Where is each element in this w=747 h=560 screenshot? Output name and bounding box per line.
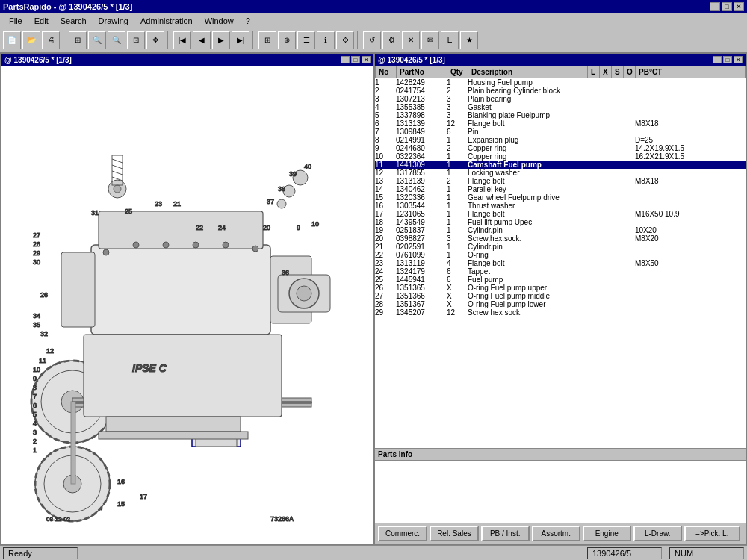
maximize-button[interactable]: □ [722,2,732,11]
toolbar-print[interactable]: 🖨 [42,31,60,49]
parts-info-content [375,461,746,523]
table-row[interactable]: 2003988273Screw,hex.sock.M8X20 [375,234,746,243]
table-row[interactable]: 902446802Copper ring14.2X19.9X1.5 [375,144,746,152]
table-row[interactable]: 1712310651Flange boltM16X50 10.9 [375,210,746,218]
svg-text:36: 36 [282,269,289,276]
table-scroll[interactable]: 114282491Housing Fuel pump202417542Plain… [375,78,746,448]
table-row[interactable]: 313072133Plain bearing [375,95,746,103]
menu-drawing[interactable]: Drawing [93,15,134,27]
svg-text:10: 10 [311,220,319,228]
toolbar-info[interactable]: ℹ [317,31,335,49]
menu-search[interactable]: Search [55,15,93,27]
table-row[interactable]: 513378983Blanking plate Fuelpump [375,111,746,119]
left-close[interactable]: ✕ [362,56,371,63]
table-row[interactable]: 2413241796Tappet [375,267,746,276]
btn-engine[interactable]: Engine [583,526,631,541]
toolbar-search2[interactable]: ⊕ [278,31,296,49]
table-row[interactable]: 1003223641Copper ring16.2X21.9X1.5 [375,152,746,161]
right-close[interactable]: ✕ [734,56,743,63]
svg-text:73266A: 73266A [270,515,294,523]
menu-help[interactable]: ? [240,15,256,27]
toolbar-new[interactable]: 📄 [3,31,21,49]
toolbar-bookmark[interactable]: ★ [460,31,478,49]
table-row[interactable]: 2102025911Cylindr.pin [375,243,746,251]
svg-text:17: 17 [140,493,147,500]
svg-text:2: 2 [33,438,37,445]
table-row[interactable]: 1613035441Thrust washer [375,202,746,210]
svg-point-31 [103,249,109,255]
diagram-panel: 13 40 39 [1,66,374,544]
header-l: L [588,66,600,78]
toolbar-zoom-in[interactable]: 🔍 [88,31,106,49]
toolbar-fit[interactable]: ⊡ [127,31,145,49]
title-bar: PartsRapido - @ 1390426/5 * [1/3] _ □ ✕ [0,0,747,13]
table-row[interactable]: 261351365XO-ring Fuel pump upper [375,284,746,292]
table-row[interactable]: 281351367XO-ring Fuel pump lower [375,300,746,308]
menu-administration[interactable]: Administration [134,15,199,27]
btn-commerc[interactable]: Commerc. [378,526,427,541]
left-minimize[interactable]: _ [341,56,350,63]
toolbar-open[interactable]: 📂 [22,31,40,49]
right-maximize[interactable]: □ [723,56,732,63]
btn-rel-sales[interactable]: Rel. Sales [430,526,479,541]
svg-point-35 [223,242,229,248]
table-row[interactable]: 1902518371Cylindr.pin10X20 [375,226,746,234]
svg-text:8: 8 [33,384,37,391]
svg-text:26: 26 [40,291,48,299]
menu-window[interactable]: Window [199,15,240,27]
btn-assortm[interactable]: Assortm. [532,526,580,541]
table-row[interactable]: 802149911Expansion plugD=25 [375,136,746,144]
toolbar-pan[interactable]: ✥ [146,31,164,49]
toolbar-copy[interactable]: ⊞ [69,31,87,49]
table-row[interactable]: 202417542Plain bearing Cylinder block [375,87,746,95]
header-pb: PB°CT [636,66,746,78]
table-row[interactable]: 1213178551Locking washer [375,169,746,177]
table-row[interactable]: 413553853Gasket [375,103,746,111]
toolbar-email[interactable]: ✉ [421,31,439,49]
toolbar-select[interactable]: ⊞ [258,31,276,49]
toolbar-export[interactable]: E [441,31,459,49]
toolbar-settings2[interactable]: ⚙ [382,31,400,49]
menu-file[interactable]: File [3,15,28,27]
toolbar: 📄 📂 🖨 ⊞ 🔍 🔍 ⊡ ✥ |◀ ◀ ▶ ▶| ⊞ ⊕ ☰ ℹ ⚙ ↺ ⚙ … [0,28,747,52]
header-desc: Description [468,66,588,78]
menu-edit[interactable]: Edit [28,15,55,27]
left-maximize[interactable]: □ [351,56,360,63]
table-row[interactable]: 1513203361Gear wheel Fuelpump drive [375,193,746,202]
table-row[interactable]: 2313131194Flange boltM8X50 [375,259,746,267]
toolbar-first[interactable]: |◀ [173,31,191,49]
table-row[interactable]: 2207610991O-ring [375,251,746,259]
toolbar-list[interactable]: ☰ [297,31,315,49]
table-row[interactable]: 1313131392Flange boltM8X18 [375,177,746,185]
toolbar-refresh[interactable]: ↺ [363,31,381,49]
svg-point-22 [277,199,286,208]
toolbar-zoom-out[interactable]: 🔍 [108,31,125,49]
svg-text:9: 9 [33,375,37,382]
svg-point-33 [163,242,169,248]
toolbar-next[interactable]: ▶ [212,31,230,49]
right-minimize[interactable]: _ [713,56,722,63]
table-row[interactable]: 6131313912Flange boltM8X18 [375,119,746,128]
minimize-button[interactable]: _ [710,2,720,11]
btn-pick-l[interactable]: =>Pick. L. [684,526,740,541]
svg-text:38: 38 [278,185,285,193]
btn-pb-inst[interactable]: PB / Inst. [481,526,530,541]
toolbar-config[interactable]: ⚙ [336,31,354,49]
diagram-svg: 13 40 39 [1,66,374,544]
table-row[interactable]: 271351366XO-ring Fuel pump middle [375,292,746,300]
svg-rect-81 [71,402,75,484]
table-row[interactable]: 1114413091Camshaft Fuel pump [375,161,746,169]
parts-info-title: Parts Info [375,449,746,461]
table-row[interactable]: 1814395491Fuel lift pump Upec [375,218,746,226]
toolbar-cancel[interactable]: ✕ [402,31,420,49]
table-row[interactable]: 2514459416Fuel pump [375,276,746,284]
svg-rect-1 [91,245,270,335]
close-button[interactable]: ✕ [734,2,744,11]
table-row[interactable]: 29134520712Screw hex sock. [375,308,746,317]
table-row[interactable]: 1413404621Parallel key [375,185,746,193]
btn-l-draw[interactable]: L-Draw. [633,526,682,541]
toolbar-prev[interactable]: ◀ [193,31,211,49]
toolbar-last[interactable]: ▶| [232,31,249,49]
table-row[interactable]: 114282491Housing Fuel pump [375,78,746,87]
table-row[interactable]: 713098496Pin [375,128,746,136]
